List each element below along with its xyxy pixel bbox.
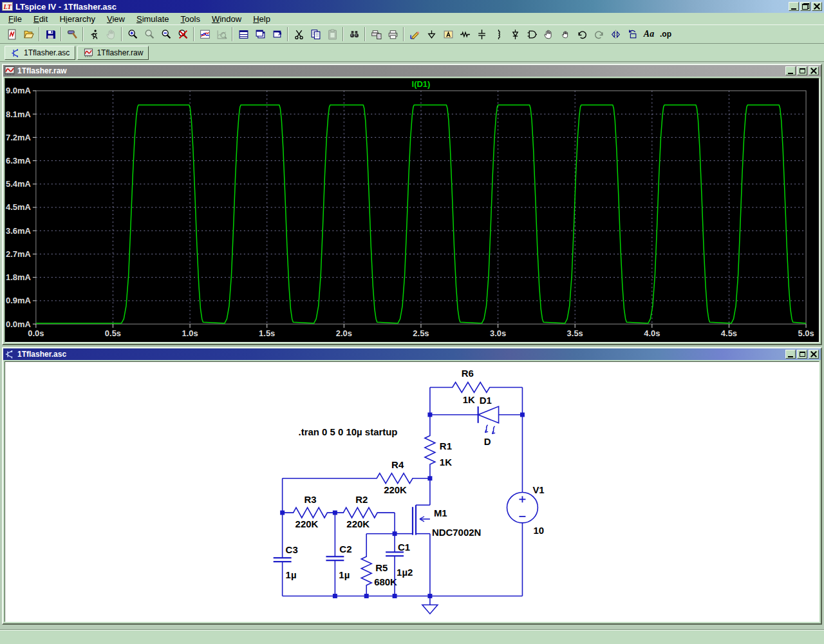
open-file-button[interactable] xyxy=(20,26,37,42)
zoom-out-icon xyxy=(161,29,172,40)
cut-button[interactable] xyxy=(290,26,307,42)
diode-button[interactable] xyxy=(507,26,523,42)
waveform-minimize-button[interactable] xyxy=(785,66,796,75)
component-button[interactable] xyxy=(523,26,540,42)
svg-text:NDC7002N: NDC7002N xyxy=(432,527,481,538)
maximize-icon xyxy=(800,352,805,357)
inductor-icon xyxy=(493,29,504,40)
draw-wire-button[interactable] xyxy=(406,26,423,42)
plot-settings-button[interactable] xyxy=(196,26,213,42)
waveform-window-icon xyxy=(5,66,15,75)
svg-text:5.4mA: 5.4mA xyxy=(6,179,31,189)
zoom-in-button[interactable] xyxy=(124,26,141,42)
undo-button[interactable] xyxy=(574,26,590,42)
menu-view[interactable]: View xyxy=(101,14,131,24)
schematic-minimize-button[interactable] xyxy=(785,350,796,359)
resistor-button[interactable] xyxy=(456,26,473,42)
svg-text:R5: R5 xyxy=(375,563,388,573)
zoom-full-extents-button[interactable] xyxy=(174,26,191,42)
minimize-icon xyxy=(788,73,793,74)
tile-vertical-button[interactable] xyxy=(268,26,285,42)
save-button[interactable] xyxy=(42,26,59,42)
find-button[interactable] xyxy=(346,26,362,42)
app-logo-icon: LT xyxy=(2,2,13,11)
svg-text:R1: R1 xyxy=(440,441,452,451)
svg-text:C1: C1 xyxy=(398,542,410,553)
svg-text:M1: M1 xyxy=(434,508,447,518)
svg-text:0.5s: 0.5s xyxy=(105,328,121,338)
svg-text:C2: C2 xyxy=(339,544,351,554)
title-bar[interactable]: LT LTspice IV - 1Tflasher.asc xyxy=(0,0,824,13)
net-label-button[interactable] xyxy=(440,26,456,42)
halt-icon xyxy=(106,29,117,40)
svg-text:0.9mA: 0.9mA xyxy=(6,296,31,305)
schematic-titlebar[interactable]: 1Tflasher.asc xyxy=(3,348,821,360)
plot-settings-icon xyxy=(200,29,211,40)
new-schematic-button[interactable] xyxy=(3,26,20,42)
print-button[interactable] xyxy=(384,26,401,42)
drag-button[interactable] xyxy=(557,26,574,42)
move-button[interactable] xyxy=(540,26,557,42)
ground-button[interactable] xyxy=(423,26,440,42)
minimize-button[interactable] xyxy=(789,2,799,11)
spice-directive-button[interactable]: .op xyxy=(657,26,674,42)
tab-1tflasher.asc[interactable]: 1Tflasher.asc xyxy=(5,46,75,60)
print-preview-icon xyxy=(371,29,382,40)
menu-help[interactable]: Help xyxy=(247,14,276,24)
toolbar-separator xyxy=(61,27,62,41)
menu-hierarchy[interactable]: Hierarchy xyxy=(53,14,101,24)
capacitor-button[interactable] xyxy=(473,26,490,42)
run-button[interactable] xyxy=(86,26,102,42)
svg-text:1K: 1K xyxy=(440,457,452,468)
diode-icon xyxy=(510,29,521,40)
menu-file[interactable]: File xyxy=(3,14,28,24)
schematic-icon xyxy=(10,48,21,58)
mirror-button[interactable] xyxy=(607,26,624,42)
tab-1tflasher.raw[interactable]: 1Tflasher.raw xyxy=(77,46,149,60)
svg-text:1K: 1K xyxy=(463,395,475,405)
waveform-titlebar[interactable]: 1Tflasher.raw xyxy=(3,65,821,77)
toolbar-separator xyxy=(121,27,122,41)
window-title: LTspice IV - 1Tflasher.asc xyxy=(15,2,117,12)
rotate-button[interactable] xyxy=(624,26,641,42)
svg-text:D1: D1 xyxy=(480,395,492,406)
autorange-y-icon xyxy=(216,29,227,40)
svg-text:1.8mA: 1.8mA xyxy=(6,272,31,282)
svg-text:.tran 0 5 0 10µ startup: .tran 0 5 0 10µ startup xyxy=(299,427,398,437)
inductor-button[interactable] xyxy=(490,26,507,42)
tile-horizontal-button[interactable] xyxy=(235,26,252,42)
svg-text:R6: R6 xyxy=(462,368,474,379)
print-preview-button[interactable] xyxy=(368,26,384,42)
tab-label: 1Tflasher.raw xyxy=(97,48,143,57)
copy-button[interactable] xyxy=(307,26,324,42)
text-button[interactable]: Aa xyxy=(641,26,657,42)
svg-text:C3: C3 xyxy=(286,545,298,555)
menu-edit[interactable]: Edit xyxy=(28,14,53,24)
menu-window[interactable]: Window xyxy=(206,14,247,24)
mdi-area: 1Tflasher.raw 0.0mA0.9mA1.8mA2.7mA3.6mA4… xyxy=(0,62,824,629)
schematic-close-button[interactable] xyxy=(809,350,819,359)
close-button[interactable] xyxy=(812,2,822,11)
waveform-chart: 0.0mA0.9mA1.8mA2.7mA3.6mA4.5mA5.4mA6.3mA… xyxy=(5,79,819,342)
close-icon xyxy=(810,68,817,74)
autorange-y-button xyxy=(213,26,230,42)
capacitor-icon xyxy=(476,29,487,40)
control-panel-button[interactable] xyxy=(64,26,80,42)
menu-tools[interactable]: Tools xyxy=(175,14,206,24)
toolbar: Aa.op xyxy=(0,24,824,44)
schematic-maximize-button[interactable] xyxy=(797,350,807,359)
svg-text:1µ: 1µ xyxy=(339,570,350,580)
waveform-maximize-button[interactable] xyxy=(797,66,807,75)
svg-text:R3: R3 xyxy=(304,495,317,505)
restore-button[interactable] xyxy=(800,2,810,11)
minimize-icon xyxy=(791,8,796,10)
schematic-canvas[interactable]: R61KR11KR4220KR3220KR2220KR5680KC31µC21µ… xyxy=(5,361,819,622)
close-icon xyxy=(810,351,817,357)
waveform-plot-area[interactable]: 0.0mA0.9mA1.8mA2.7mA3.6mA4.5mA5.4mA6.3mA… xyxy=(5,78,819,343)
zoom-out-button[interactable] xyxy=(158,26,174,42)
menu-simulate[interactable]: Simulate xyxy=(131,14,175,24)
toolbar-separator xyxy=(287,27,288,41)
svg-text:0.0s: 0.0s xyxy=(28,328,44,338)
cascade-windows-button[interactable] xyxy=(252,26,268,42)
waveform-close-button[interactable] xyxy=(809,66,819,75)
